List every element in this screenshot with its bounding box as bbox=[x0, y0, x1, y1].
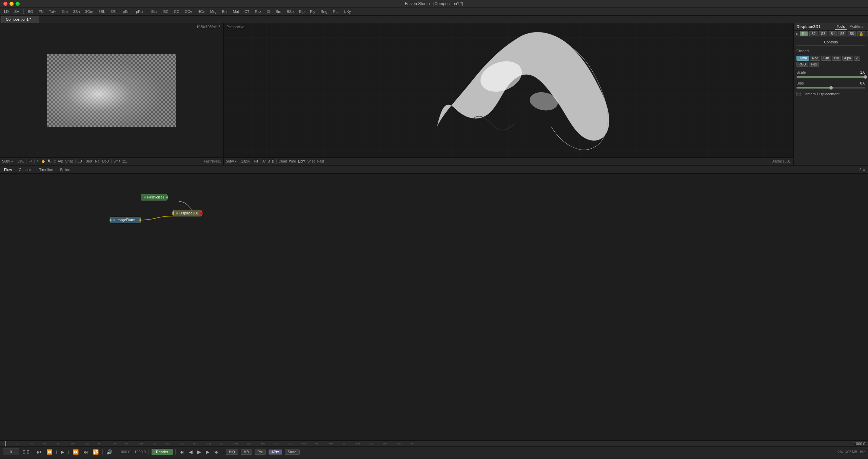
toolbar-cc[interactable]: CC bbox=[173, 9, 181, 14]
right-viewer-content[interactable]: Perspective bbox=[224, 23, 793, 157]
tab-close-icon[interactable]: × bbox=[33, 18, 35, 21]
prev-prev-btn[interactable]: ⏮ bbox=[36, 449, 43, 455]
lock-btn[interactable]: 🔒 bbox=[857, 31, 865, 36]
checker-viewport[interactable] bbox=[47, 54, 176, 127]
timeline-tab[interactable]: Timeline bbox=[38, 168, 55, 172]
bias-slider-thumb[interactable] bbox=[829, 86, 833, 90]
next-next-btn[interactable]: ⏭ bbox=[82, 449, 89, 455]
imageplane1-node[interactable]: ImagePlane... bbox=[110, 217, 141, 223]
toolbar-3im[interactable]: 3im bbox=[60, 9, 69, 14]
scale-slider[interactable] bbox=[796, 76, 865, 78]
chan-alph[interactable]: Alph bbox=[842, 56, 853, 61]
toolbar-rsz[interactable]: Rsz bbox=[254, 9, 263, 14]
chan-blu[interactable]: Blu bbox=[832, 56, 841, 61]
aprx-btn[interactable]: APrx bbox=[269, 450, 282, 455]
hiq-btn[interactable]: HIQ bbox=[226, 450, 238, 455]
toolbar-txt[interactable]: Txt+ bbox=[47, 9, 58, 14]
toolbar-bc[interactable]: BC bbox=[162, 9, 170, 14]
last-frame-btn[interactable]: ⏭ bbox=[213, 449, 220, 455]
prev-btn[interactable]: ⏪ bbox=[45, 449, 53, 455]
s2-btn[interactable]: S2 bbox=[809, 31, 817, 36]
chan-red[interactable]: Red bbox=[810, 56, 820, 61]
render-button[interactable]: Render bbox=[152, 449, 173, 455]
snap-btn[interactable]: Snap bbox=[65, 159, 73, 163]
modifiers-tab[interactable]: Modifiers bbox=[847, 24, 865, 30]
mb-btn[interactable]: MB bbox=[241, 450, 252, 455]
close-button[interactable] bbox=[3, 2, 7, 6]
toolbar-3cm[interactable]: 3Cm bbox=[84, 9, 94, 14]
toolbar-ld[interactable]: LD bbox=[3, 9, 10, 14]
toolbar-ct[interactable]: CT bbox=[243, 9, 251, 14]
degree-btn[interactable]: 360° bbox=[86, 159, 93, 163]
lut-btn[interactable]: LUT bbox=[78, 159, 84, 163]
node-canvas[interactable]: FastNoise1 Displace3D1 ImagePlane... bbox=[0, 174, 868, 440]
chan-luma[interactable]: Luma bbox=[796, 56, 809, 61]
displace3d1-input2[interactable] bbox=[172, 213, 174, 215]
toolbar-bol[interactable]: Bol bbox=[221, 9, 229, 14]
smit-btn[interactable]: Smit bbox=[114, 159, 120, 163]
toolbar-bsp[interactable]: BSp bbox=[285, 9, 295, 14]
r-ab-icon[interactable]: B bbox=[272, 159, 274, 163]
current-frame-input[interactable] bbox=[3, 448, 19, 455]
next-btn[interactable]: ⏩ bbox=[72, 449, 80, 455]
play-btn-2[interactable]: ▶ bbox=[196, 449, 202, 455]
r-subv-btn[interactable]: SubV ▾ bbox=[226, 159, 237, 163]
expand-btn[interactable]: ▤ bbox=[867, 31, 868, 36]
s6-btn[interactable]: S6 bbox=[848, 31, 856, 36]
fast-btn[interactable]: Fast bbox=[317, 159, 324, 163]
toolbar-ply[interactable]: Ply bbox=[309, 9, 316, 14]
toolbar-3rn[interactable]: 3Rn bbox=[109, 9, 119, 14]
subv-btn[interactable]: SubV ▾ bbox=[2, 159, 13, 163]
toolbar-bm[interactable]: Bm bbox=[274, 9, 283, 14]
toolbar-rct[interactable]: Rct bbox=[332, 9, 340, 14]
spline-tab[interactable]: Spline bbox=[59, 168, 72, 172]
toolbar-mrg[interactable]: Mrg bbox=[209, 9, 218, 14]
toolbar-uky[interactable]: UKy bbox=[342, 9, 352, 14]
ne-help-icon[interactable]: ? bbox=[859, 167, 861, 172]
toolbar-eip[interactable]: Eip bbox=[298, 9, 306, 14]
toolbar-hcv[interactable]: HCv bbox=[196, 9, 206, 14]
toolbar-mat[interactable]: Mat bbox=[232, 9, 240, 14]
playhead[interactable] bbox=[5, 441, 6, 446]
toolbar-sv[interactable]: SV bbox=[13, 9, 21, 14]
r-ab-a[interactable]: A/ bbox=[262, 159, 265, 163]
fit-btn[interactable]: Fit bbox=[28, 159, 32, 163]
imageplane1-output[interactable] bbox=[139, 219, 141, 221]
r-fit-btn[interactable]: Fit bbox=[254, 159, 258, 163]
maximize-button[interactable] bbox=[16, 2, 20, 6]
scale-slider-thumb[interactable] bbox=[864, 75, 867, 79]
toolbar-3sh[interactable]: 3Sh bbox=[72, 9, 81, 14]
left-viewer-content[interactable]: 1920x1080xint8 bbox=[0, 23, 223, 157]
window-controls[interactable] bbox=[3, 2, 20, 6]
chan-z[interactable]: Z bbox=[854, 56, 860, 61]
wire-btn[interactable]: Wire bbox=[289, 159, 296, 163]
next-frame-btn[interactable]: ▶ bbox=[205, 449, 211, 455]
toolbar-fn[interactable]: FN bbox=[37, 9, 45, 14]
displace3d1-output[interactable] bbox=[200, 212, 203, 215]
r-ab-b[interactable]: B bbox=[268, 159, 270, 163]
chan-grn[interactable]: Grn bbox=[821, 56, 831, 61]
r-zoom-btn[interactable]: 132% bbox=[241, 159, 250, 163]
px-btn[interactable]: 1:1 bbox=[122, 159, 127, 163]
displace3d1-node[interactable]: Displace3D1 bbox=[173, 210, 202, 216]
some-btn[interactable]: Some bbox=[285, 450, 300, 455]
prx-btn[interactable]: Prx bbox=[255, 450, 266, 455]
play-btn[interactable]: ▶ bbox=[60, 449, 65, 455]
prev-frame-btn[interactable]: ◀ bbox=[188, 449, 194, 455]
first-frame-btn[interactable]: ⏮ bbox=[178, 449, 185, 455]
toolbar-prn[interactable]: pRn bbox=[135, 9, 144, 14]
composition-tab[interactable]: Composition1 * × bbox=[1, 16, 39, 23]
tools-tab[interactable]: Tools bbox=[835, 24, 847, 30]
chan-rgb[interactable]: RGB bbox=[796, 62, 808, 67]
loop-btn[interactable]: 🔁 bbox=[92, 449, 100, 455]
toolbar-rng[interactable]: Rng bbox=[319, 9, 329, 14]
tool-rect[interactable]: □ bbox=[54, 159, 56, 163]
chan-pos[interactable]: Pos bbox=[809, 62, 819, 67]
s3-btn[interactable]: S3 bbox=[819, 31, 827, 36]
s4-btn[interactable]: S4 bbox=[829, 31, 837, 36]
console-tab[interactable]: Console bbox=[17, 168, 34, 172]
quad-btn[interactable]: Quad bbox=[279, 159, 287, 163]
toolbar-ccv[interactable]: CCv bbox=[183, 9, 193, 14]
tool-hand[interactable]: ✋ bbox=[41, 159, 45, 163]
camera-displacement-checkbox[interactable] bbox=[796, 92, 801, 96]
